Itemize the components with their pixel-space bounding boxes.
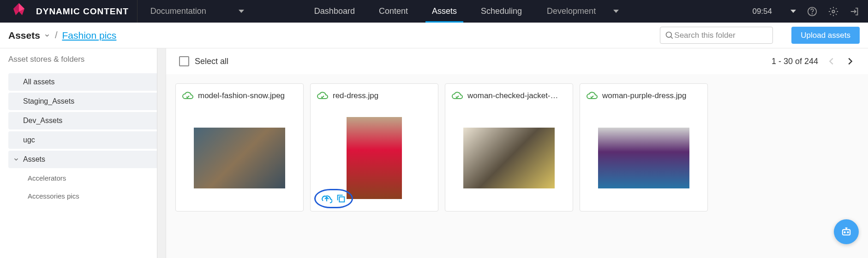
main-panel: Select all 1 - 30 of 244 model-fashion-s… [166, 48, 868, 258]
development-label: Development [547, 6, 596, 16]
asset-filename: red-dress.jpg [333, 91, 378, 100]
asset-card[interactable]: model-fashion-snow.jpeg [175, 83, 304, 211]
asset-filename: woman-purple-dress.jpg [602, 91, 686, 100]
cloud-synced-icon [587, 91, 598, 100]
cloud-synced-icon [452, 91, 463, 100]
svg-rect-5 [843, 229, 850, 235]
quick-actions-highlight [314, 189, 353, 208]
top-nav: DYNAMIC CONTENT Documentation Dashboard … [0, 0, 868, 23]
asset-thumbnail [463, 128, 555, 188]
sidebar-item-staging[interactable]: Staging_Assets [8, 93, 158, 110]
asset-thumbnail [598, 128, 689, 188]
help-icon[interactable] [807, 6, 817, 17]
select-all-label: Select all [195, 57, 228, 66]
brand-name: DYNAMIC CONTENT [36, 6, 129, 17]
sidebar-item-assets[interactable]: Assets [8, 151, 158, 168]
sidebar-item-ugc[interactable]: ugc [8, 131, 158, 149]
logo-area: DYNAMIC CONTENT [0, 0, 138, 23]
tab-assets[interactable]: Assets [420, 0, 469, 23]
copy-icon[interactable] [336, 194, 346, 204]
asset-card[interactable]: woman-checked-jacket-… [445, 83, 573, 211]
sidebar: Asset stores & folders All assets Stagin… [0, 48, 166, 258]
chevron-down-icon[interactable] [44, 32, 50, 39]
asset-thumbnail [194, 128, 285, 188]
gear-icon[interactable] [828, 6, 838, 17]
svg-point-2 [832, 10, 835, 13]
chevron-down-icon [613, 10, 619, 13]
breadcrumb-current[interactable]: Fashion pics [62, 30, 116, 41]
breadcrumb-separator: / [55, 30, 58, 41]
development-menu[interactable]: Development [534, 6, 649, 16]
search-icon [665, 30, 674, 41]
search-input[interactable] [674, 31, 768, 40]
chevron-down-icon [239, 10, 244, 13]
documentation-menu[interactable]: Documentation [138, 0, 289, 23]
pagination-range: 1 - 30 of 244 [772, 57, 818, 66]
asset-filename: woman-checked-jacket-… [467, 91, 558, 100]
chevron-down-icon [790, 10, 796, 13]
sidebar-item-all-assets[interactable]: All assets [8, 73, 158, 91]
svg-point-3 [666, 32, 672, 37]
grid-toolbar: Select all 1 - 30 of 244 [166, 48, 868, 74]
upload-icon[interactable] [321, 193, 332, 204]
clock-time: 09:54 [752, 7, 772, 16]
prev-page-icon[interactable] [826, 56, 837, 66]
upload-assets-button[interactable]: Upload assets [791, 27, 860, 44]
asset-card[interactable]: woman-purple-dress.jpg [580, 83, 708, 211]
search-box[interactable] [660, 27, 773, 44]
tab-scheduling[interactable]: Scheduling [469, 0, 534, 23]
sidebar-sub-accelerators[interactable]: Accelerators [8, 170, 163, 186]
chevron-down-icon [13, 156, 19, 163]
svg-point-1 [812, 13, 813, 14]
asset-card[interactable]: red-dress.jpg [310, 83, 438, 211]
sidebar-title: Asset stores & folders [8, 55, 163, 64]
svg-rect-4 [339, 197, 344, 202]
asset-grid: model-fashion-snow.jpeg red-dress.jpg [166, 74, 868, 221]
next-page-icon[interactable] [845, 56, 855, 66]
cloud-synced-icon [317, 91, 328, 100]
sidebar-item-label: Assets [23, 155, 45, 164]
svg-point-6 [844, 232, 845, 233]
select-all-checkbox[interactable] [179, 56, 189, 66]
svg-point-7 [847, 232, 848, 233]
breadcrumb-bar: Assets / Fashion pics Upload assets [0, 23, 868, 48]
tab-dashboard[interactable]: Dashboard [302, 0, 367, 23]
cloud-synced-icon [182, 91, 193, 100]
asset-thumbnail [347, 117, 402, 199]
logout-icon[interactable] [850, 6, 860, 17]
brand-logo-icon [8, 2, 30, 21]
tab-content[interactable]: Content [367, 0, 420, 23]
sidebar-item-dev[interactable]: Dev_Assets [8, 112, 158, 129]
chat-assistant-button[interactable] [834, 219, 859, 244]
bot-icon [840, 225, 853, 238]
documentation-label: Documentation [150, 6, 206, 16]
asset-filename: model-fashion-snow.jpeg [198, 91, 285, 100]
sidebar-sub-accessories[interactable]: Accessories pics [8, 188, 163, 204]
clock-menu[interactable]: 09:54 [752, 7, 796, 16]
breadcrumb-root[interactable]: Assets [8, 30, 40, 41]
